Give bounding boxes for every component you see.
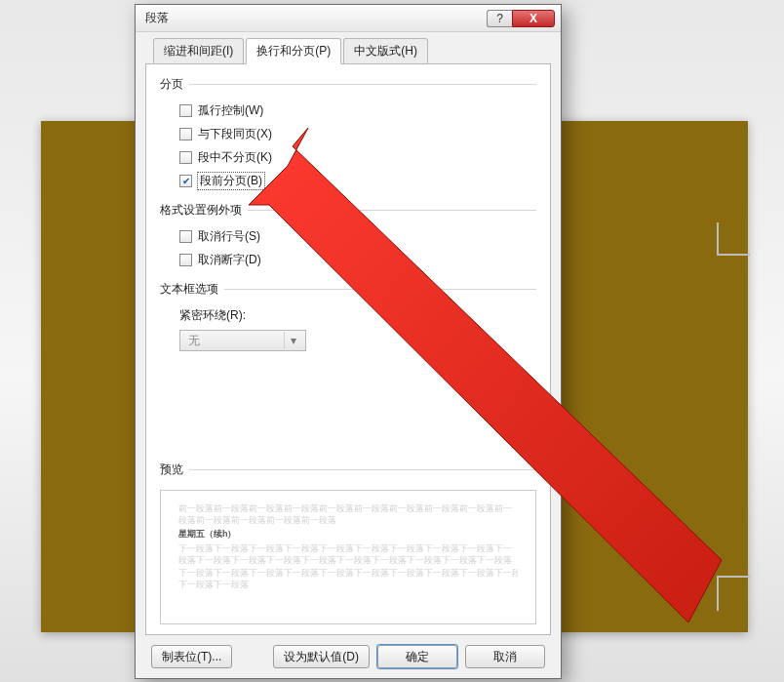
preview-text: 下一段落下一段落下一段落下一段落下一段落下一段落下一段落下一段落下一段落下一段落	[178, 567, 518, 579]
checkbox-suppress-line-numbers[interactable]: 取消行号(S)	[179, 226, 536, 246]
set-default-button[interactable]: 设为默认值(D)	[273, 645, 370, 668]
checkbox-label: 段前分页(B)	[198, 173, 264, 189]
preview-text: 段落下一段落下一段落下一段落下一段落下一段落下一段落下一段落下一段落下一段落	[178, 554, 518, 566]
tab-cjk-typography[interactable]: 中文版式(H)	[343, 38, 428, 63]
section-label-exceptions: 格式设置例外项	[160, 202, 242, 219]
tab-panel: 分页 孤行控制(W) 与下段同页(X) 段中不分页(K) 段前分页(B) 格式设…	[145, 64, 551, 635]
close-button[interactable]: X	[512, 10, 555, 27]
cancel-button[interactable]: 取消	[465, 645, 545, 668]
section-pagination: 分页	[160, 76, 536, 93]
checkbox-icon	[179, 151, 192, 164]
checkbox-suppress-hyphenation[interactable]: 取消断字(D)	[179, 250, 536, 269]
chevron-down-icon: ▾	[284, 332, 301, 349]
checkbox-icon	[179, 175, 192, 187]
checkbox-icon	[179, 230, 192, 243]
titlebar[interactable]: 段落 ? X	[136, 5, 561, 32]
section-exceptions: 格式设置例外项	[160, 202, 536, 219]
checkbox-icon	[179, 128, 192, 140]
select-value: 无	[188, 333, 200, 349]
tight-wrap-select[interactable]: 无 ▾	[179, 330, 306, 351]
paragraph-dialog: 段落 ? X 缩进和间距(I) 换行和分页(P) 中文版式(H) 分页 孤行控制…	[135, 4, 562, 679]
preview-box: 前一段落前一段落前一段落前一段落前一段落前一段落前一段落前一段落前一段落前一 段…	[160, 490, 536, 624]
ok-button[interactable]: 确定	[377, 645, 457, 668]
tight-wrap-label: 紧密环绕(R):	[179, 307, 536, 324]
preview-text: 段落前一段落前一段落前一段落前一段落	[178, 514, 518, 526]
checkbox-label: 取消行号(S)	[198, 228, 260, 245]
section-textbox: 文本框选项	[160, 281, 536, 298]
tabs-button[interactable]: 制表位(T)...	[151, 645, 232, 668]
checkbox-icon	[179, 254, 192, 266]
window-title: 段落	[145, 10, 169, 26]
checkbox-page-break-before[interactable]: 段前分页(B)	[179, 171, 536, 190]
checkbox-label: 段中不分页(K)	[198, 149, 272, 166]
crop-mark	[717, 222, 719, 256]
checkbox-icon	[179, 104, 192, 117]
preview-text: 下一段落下一段落	[178, 579, 518, 590]
checkbox-keep-with-next[interactable]: 与下段同页(X)	[179, 124, 536, 143]
checkbox-label: 取消断字(D)	[198, 252, 261, 268]
crop-mark	[717, 576, 750, 578]
help-button[interactable]: ?	[487, 10, 512, 27]
crop-mark	[717, 578, 719, 611]
checkbox-keep-lines-together[interactable]: 段中不分页(K)	[179, 147, 536, 167]
section-label-preview: 预览	[160, 461, 183, 478]
section-label-textbox: 文本框选项	[160, 281, 218, 298]
preview-sample-text: 星期五（续h）	[178, 528, 518, 541]
section-preview: 预览	[160, 461, 536, 478]
tab-line-page-breaks[interactable]: 换行和分页(P)	[246, 38, 341, 64]
crop-mark	[717, 254, 750, 256]
checkbox-widow-orphan[interactable]: 孤行控制(W)	[179, 100, 536, 120]
preview-text: 下一段落下一段落下一段落下一段落下一段落下一段落下一段落下一段落下一段落下一	[178, 542, 518, 554]
section-label-pagination: 分页	[160, 76, 183, 93]
tab-strip: 缩进和间距(I) 换行和分页(P) 中文版式(H)	[145, 38, 551, 64]
button-row: 制表位(T)... 设为默认值(D) 确定 取消	[145, 635, 551, 668]
checkbox-label: 与下段同页(X)	[198, 126, 272, 142]
tab-indent-spacing[interactable]: 缩进和间距(I)	[153, 38, 244, 63]
preview-text: 前一段落前一段落前一段落前一段落前一段落前一段落前一段落前一段落前一段落前一	[178, 502, 518, 514]
checkbox-label: 孤行控制(W)	[198, 102, 263, 119]
